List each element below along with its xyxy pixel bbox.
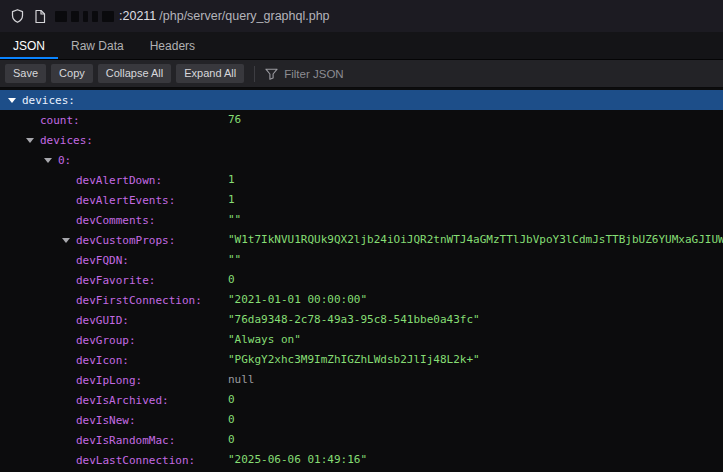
redacted-host-block (83, 11, 88, 22)
url-port: :20211 (119, 9, 156, 23)
json-key: devIpLong: (76, 374, 142, 387)
json-key: devCustomProps: (76, 234, 175, 247)
tree-row-devisrandommac[interactable]: devIsRandomMac:0 (0, 430, 723, 450)
json-value: "76da9348-2c78-49a3-95c8-541bbe0a43fc" (228, 310, 723, 330)
json-toolbar: SaveCopyCollapse AllExpand All (0, 60, 723, 88)
tree-row-devfirstconnection[interactable]: devFirstConnection:"2021-01-01 00:00:00" (0, 290, 723, 310)
json-value: "" (228, 210, 723, 230)
url-path: /php/server/query_graphql.php (159, 9, 329, 23)
tree-row-devisarchived[interactable]: devIsArchived:0 (0, 390, 723, 410)
tree-row-devicon[interactable]: devIcon:"PGkgY2xhc3M9ImZhIGZhLWdsb2JlIj4… (0, 350, 723, 370)
json-key: devGroup: (76, 334, 136, 347)
tree-row-deviplong[interactable]: devIpLong:null (0, 370, 723, 390)
json-value: "Always on" (228, 330, 723, 350)
json-key: 0: (58, 154, 71, 167)
json-value: 0 (228, 410, 723, 430)
json-value: 1 (228, 170, 723, 190)
browser-url-bar[interactable]: :20211/php/server/query_graphql.php (0, 0, 723, 32)
json-key: devIsNew: (76, 414, 136, 427)
collapse-triangle-icon[interactable] (62, 238, 76, 243)
json-key: devIsRandomMac: (76, 434, 175, 447)
json-key: devAlertDown: (76, 174, 162, 187)
json-value: 1 (228, 190, 723, 210)
json-value: null (228, 370, 723, 390)
redacted-host-block (102, 11, 114, 22)
json-key: devComments: (76, 214, 155, 227)
tree-row-devices[interactable]: devices: (0, 130, 723, 150)
tab-json[interactable]: JSON (0, 32, 58, 59)
json-value: 76 (228, 110, 723, 130)
tab-headers[interactable]: Headers (137, 32, 208, 59)
json-key: count: (40, 114, 80, 127)
tree-row-devcustomprops[interactable]: devCustomProps:"W1t7IkNVU1RQUk9QX2ljb24i… (0, 230, 723, 250)
tree-row-devgroup[interactable]: devGroup:"Always on" (0, 330, 723, 350)
tree-row-devfqdn[interactable]: devFQDN:"" (0, 250, 723, 270)
json-value: "2025-06-06 01:49:16" (228, 450, 723, 470)
filter-area (265, 68, 718, 80)
json-key: devices: (40, 134, 93, 147)
toolbar-buttons: SaveCopyCollapse AllExpand All (5, 64, 244, 83)
tree-row-devalertdown[interactable]: devAlertDown:1 (0, 170, 723, 190)
tree-row-count[interactable]: count:76 (0, 110, 723, 130)
json-key: devIcon: (76, 354, 129, 367)
json-key: devGUID: (76, 314, 129, 327)
json-value: 0 (228, 430, 723, 450)
collapse-triangle-icon[interactable] (26, 138, 40, 143)
tree-row-devguid[interactable]: devGUID:"76da9348-2c78-49a3-95c8-541bbe0… (0, 310, 723, 330)
json-value: 0 (228, 270, 723, 290)
tree-row-devfavorite[interactable]: devFavorite:0 (0, 270, 723, 290)
toolbar-separator (254, 66, 255, 82)
filter-json-input[interactable] (284, 68, 524, 80)
json-key: devices: (22, 94, 75, 107)
redacted-host-blocks (55, 11, 114, 22)
redacted-host-block (71, 11, 79, 22)
redacted-host-block (55, 11, 67, 22)
json-value: "PGkgY2xhc3M9ImZhIGZhLWdsb2JlIj48L2k+" (228, 350, 723, 370)
tree-row-devisnew[interactable]: devIsNew:0 (0, 410, 723, 430)
page-proxy-icon[interactable] (34, 9, 46, 24)
url-text: :20211/php/server/query_graphql.php (55, 9, 330, 23)
json-key: devAlertEvents: (76, 194, 175, 207)
json-key: devFQDN: (76, 254, 129, 267)
json-tree-panel[interactable]: devices:count:76devices:0:devAlertDown:1… (0, 88, 723, 472)
collapse-triangle-icon[interactable] (8, 98, 22, 103)
redacted-host-block (92, 11, 98, 22)
expand-all-button[interactable]: Expand All (176, 64, 244, 83)
json-value: 0 (228, 390, 723, 410)
tracking-protection-shield-icon[interactable] (10, 8, 25, 24)
json-key: devFirstConnection: (76, 294, 202, 307)
tab-raw-data[interactable]: Raw Data (58, 32, 137, 59)
filter-funnel-icon (265, 68, 278, 80)
viewer-tabs: JSONRaw DataHeaders (0, 32, 723, 60)
collapse-all-button[interactable]: Collapse All (98, 64, 171, 83)
tree-row-devcomments[interactable]: devComments:"" (0, 210, 723, 230)
json-value: "" (228, 250, 723, 270)
collapse-triangle-icon[interactable] (44, 158, 58, 163)
copy-button[interactable]: Copy (51, 64, 93, 83)
json-key: devFavorite: (76, 274, 155, 287)
tree-row-devalertevents[interactable]: devAlertEvents:1 (0, 190, 723, 210)
tree-row-0[interactable]: 0: (0, 150, 723, 170)
json-value: "2021-01-01 00:00:00" (228, 290, 723, 310)
save-button[interactable]: Save (5, 64, 46, 83)
tree-row-devices[interactable]: devices: (0, 90, 723, 110)
tree-row-devlastconnection[interactable]: devLastConnection:"2025-06-06 01:49:16" (0, 450, 723, 470)
json-key: devIsArchived: (76, 394, 169, 407)
json-key: devLastConnection: (76, 454, 195, 467)
json-value: "W1t7IkNVU1RQUk9QX2ljb24iOiJQR2tnWTJ4aGM… (228, 230, 723, 250)
